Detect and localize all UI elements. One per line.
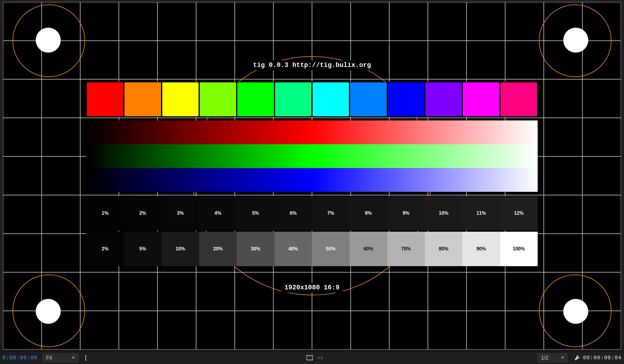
color-swatch <box>462 82 500 117</box>
resolution-dropdown[interactable]: 1/2 <box>538 354 567 362</box>
test-pattern-canvas: tig 0.0.3 http://tig.bulix.org 1%2%3%4%5… <box>3 2 621 349</box>
color-swatch <box>312 82 350 117</box>
color-swatch <box>162 82 199 117</box>
viewer-toolbar: 0:00:00:00 Fit 1/2 00:00:00:04 <box>0 351 624 364</box>
color-swatch <box>86 82 124 117</box>
chevron-down-icon <box>561 357 564 359</box>
dark-step-cell: 10% <box>425 196 462 230</box>
color-swatch <box>237 82 274 117</box>
dark-step-cell: 7% <box>312 196 350 230</box>
color-swatch <box>350 82 387 117</box>
resolution-label: 1/2 <box>541 355 548 361</box>
dark-step-row: 1%2%3%4%5%6%7%8%9%10%11%12% <box>86 196 538 230</box>
light-step-cell: 70% <box>387 232 425 266</box>
filmstrip-icon[interactable] <box>305 354 314 362</box>
color-swatch <box>274 82 312 117</box>
gradient-block <box>86 120 538 192</box>
color-swatch <box>425 82 462 117</box>
dark-step-cell: 9% <box>387 196 425 230</box>
dark-step-cell: 3% <box>162 196 199 230</box>
dark-step-cell: 12% <box>500 196 538 230</box>
light-step-cell: 90% <box>462 232 500 266</box>
light-step-cell: 40% <box>274 232 312 266</box>
light-step-cell: 5% <box>124 232 161 266</box>
dark-step-cell: 4% <box>199 196 237 230</box>
zoom-fit-dropdown[interactable]: Fit <box>43 354 78 362</box>
bracket-in-button[interactable] <box>83 354 92 362</box>
skip-forward-button[interactable] <box>316 354 325 362</box>
light-step-cell: 80% <box>425 232 462 266</box>
dark-step-cell: 8% <box>350 196 387 230</box>
light-step-cell: 10% <box>162 232 199 266</box>
light-step-cell: 30% <box>237 232 274 266</box>
pattern-resolution: 1920x1080 16:9 <box>282 283 343 293</box>
color-swatch <box>500 82 538 117</box>
dark-step-cell: 2% <box>124 196 161 230</box>
dark-step-cell: 5% <box>237 196 274 230</box>
color-swatch <box>124 82 161 117</box>
pattern-content: tig 0.0.3 http://tig.bulix.org 1%2%3%4%5… <box>3 2 621 349</box>
color-swatch-row <box>86 82 538 117</box>
zoom-fit-label: Fit <box>46 355 52 361</box>
timecode-in[interactable]: 0:00:00:00 <box>2 355 38 361</box>
light-step-cell: 20% <box>199 232 237 266</box>
wrench-icon[interactable] <box>573 354 582 362</box>
gradient-strip <box>86 144 538 168</box>
gradient-strip <box>86 168 538 192</box>
light-step-cell: 60% <box>350 232 387 266</box>
chevron-down-icon <box>72 357 75 359</box>
pattern-title: tig 0.0.3 http://tig.bulix.org <box>250 60 374 70</box>
dark-step-cell: 1% <box>86 196 124 230</box>
dark-step-cell: 6% <box>274 196 312 230</box>
dark-step-cell: 11% <box>462 196 500 230</box>
gradient-strip <box>86 120 538 144</box>
light-step-cell: 2% <box>86 232 124 266</box>
preview-viewer[interactable]: tig 0.0.3 http://tig.bulix.org 1%2%3%4%5… <box>0 0 624 352</box>
timecode-current[interactable]: 00:00:00:04 <box>583 355 622 361</box>
color-swatch <box>199 82 237 117</box>
color-swatch <box>387 82 425 117</box>
light-step-cell: 50% <box>312 232 350 266</box>
light-step-row: 2%5%10%20%30%40%50%60%70%80%90%100% <box>86 232 538 266</box>
light-step-cell: 100% <box>500 232 538 266</box>
